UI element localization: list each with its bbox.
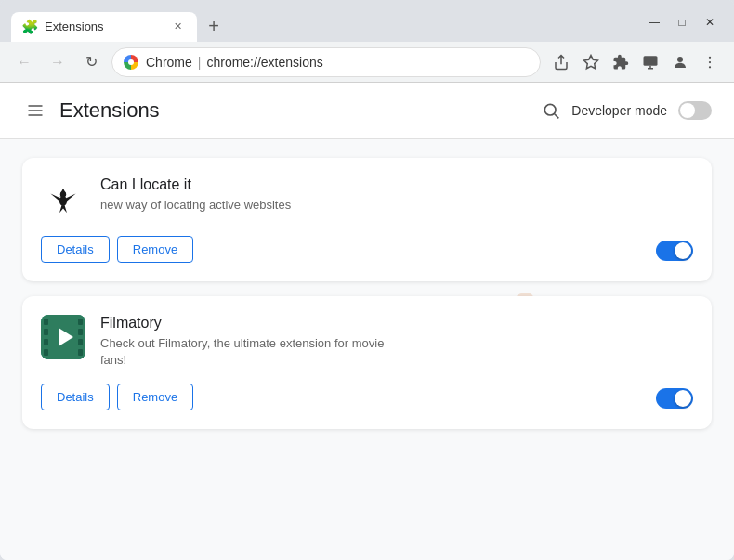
close-button[interactable]: ✕ bbox=[697, 12, 723, 33]
active-tab[interactable]: 🧩 Extensions ✕ bbox=[11, 12, 197, 42]
header-right: Developer mode bbox=[542, 101, 712, 120]
details-button[interactable]: Details bbox=[41, 384, 110, 410]
extension-info: Filmatory Check out Filmatory, the ultim… bbox=[100, 315, 693, 369]
extension-name: Filmatory bbox=[100, 315, 693, 332]
extension-card: Filmatory Check out Filmatory, the ultim… bbox=[22, 296, 712, 429]
share-button[interactable] bbox=[548, 49, 574, 75]
address-url: chrome://extensions bbox=[206, 55, 322, 70]
address-separator: | bbox=[198, 55, 202, 70]
extension-description: new way of locating active websites bbox=[100, 197, 398, 214]
svg-point-7 bbox=[709, 66, 711, 68]
card-actions: Details Remove bbox=[41, 384, 193, 410]
extensions-list: riapl.com bbox=[0, 139, 734, 560]
extension-card: Can I locate it new way of locating acti… bbox=[22, 158, 712, 281]
browser-window: 🧩 Extensions ✕ + — □ ✕ ← → ↻ Chrome | ch… bbox=[0, 0, 734, 560]
title-bar: 🧩 Extensions ✕ + — □ ✕ bbox=[0, 0, 734, 42]
svg-rect-22 bbox=[78, 339, 83, 345]
toolbar-right bbox=[548, 49, 723, 75]
minimize-button[interactable]: — bbox=[641, 12, 667, 33]
address-text: Chrome | chrome://extensions bbox=[146, 55, 323, 70]
extension-toggle[interactable] bbox=[656, 241, 693, 261]
svg-line-12 bbox=[555, 114, 559, 119]
toggle-area bbox=[656, 385, 693, 409]
address-bar-area: ← → ↻ Chrome | chrome://extensions bbox=[0, 42, 734, 83]
main-content: Extensions Developer mode riapl.com bbox=[0, 83, 734, 560]
maximize-button[interactable]: □ bbox=[669, 12, 695, 33]
forward-button[interactable]: → bbox=[45, 49, 71, 75]
extension-description: Check out Filmatory, the ultimate extens… bbox=[100, 335, 398, 369]
bookmark-button[interactable] bbox=[578, 49, 604, 75]
chrome-label: Chrome bbox=[146, 55, 192, 70]
tab-close-button[interactable]: ✕ bbox=[169, 19, 186, 35]
card-actions: Details Remove bbox=[41, 236, 193, 263]
developer-mode-label: Developer mode bbox=[571, 103, 667, 118]
svg-rect-23 bbox=[78, 349, 83, 356]
details-button[interactable]: Details bbox=[41, 236, 110, 263]
page-title: Extensions bbox=[59, 98, 160, 123]
svg-marker-0 bbox=[584, 55, 598, 68]
developer-mode-toggle[interactable] bbox=[678, 101, 712, 120]
profile-button[interactable] bbox=[667, 49, 693, 75]
extensions-header: Extensions Developer mode bbox=[0, 83, 734, 139]
svg-point-4 bbox=[677, 57, 683, 62]
tab-title: Extensions bbox=[45, 20, 162, 33]
svg-rect-16 bbox=[44, 319, 48, 325]
svg-rect-17 bbox=[44, 329, 48, 335]
tab-favicon: 🧩 bbox=[22, 20, 37, 34]
svg-rect-18 bbox=[44, 339, 48, 345]
reload-button[interactable]: ↻ bbox=[78, 49, 104, 75]
svg-point-6 bbox=[709, 60, 711, 62]
extension-icon bbox=[41, 315, 85, 359]
svg-point-11 bbox=[545, 104, 557, 115]
svg-rect-21 bbox=[78, 329, 83, 335]
toggle-area bbox=[656, 238, 693, 261]
svg-point-5 bbox=[709, 56, 711, 58]
svg-rect-20 bbox=[78, 319, 83, 325]
tabs-area: 🧩 Extensions ✕ + bbox=[11, 8, 641, 42]
svg-rect-19 bbox=[44, 349, 48, 356]
extension-info: Can I locate it new way of locating acti… bbox=[100, 176, 693, 214]
card-bottom: Details Remove bbox=[41, 236, 693, 263]
tab-search-button[interactable] bbox=[637, 49, 663, 75]
sidebar-menu-button[interactable] bbox=[22, 98, 48, 124]
address-bar[interactable]: Chrome | chrome://extensions bbox=[111, 47, 541, 77]
svg-rect-1 bbox=[644, 56, 658, 66]
remove-button[interactable]: Remove bbox=[117, 236, 193, 263]
new-tab-button[interactable]: + bbox=[201, 14, 227, 40]
card-top: Can I locate it new way of locating acti… bbox=[41, 176, 693, 221]
extensions-button[interactable] bbox=[608, 49, 634, 75]
window-controls: — □ ✕ bbox=[641, 12, 723, 33]
menu-button[interactable] bbox=[697, 49, 723, 75]
extension-toggle[interactable] bbox=[656, 388, 693, 409]
remove-button[interactable]: Remove bbox=[117, 384, 193, 410]
extension-name: Can I locate it bbox=[100, 176, 693, 193]
card-bottom: Details Remove bbox=[41, 384, 693, 410]
back-button[interactable]: ← bbox=[11, 49, 37, 75]
extension-icon bbox=[41, 176, 85, 221]
card-top: Filmatory Check out Filmatory, the ultim… bbox=[41, 315, 693, 369]
svg-point-13 bbox=[59, 196, 67, 206]
chrome-icon bbox=[124, 55, 138, 70]
search-button[interactable] bbox=[542, 101, 560, 120]
